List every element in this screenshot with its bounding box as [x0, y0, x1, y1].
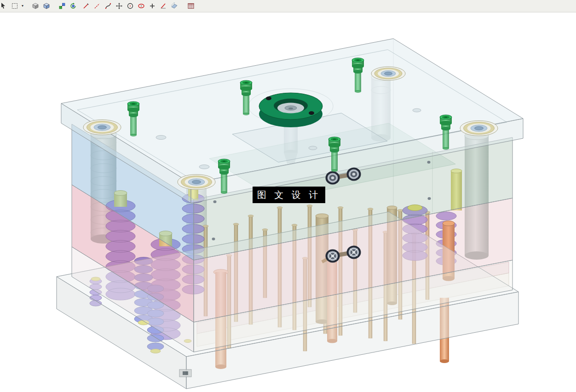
locating-ring[interactable]: [259, 93, 323, 127]
selection-rectangle-tool[interactable]: ▾: [9, 1, 25, 11]
fitting-lower-right[interactable]: [347, 246, 361, 259]
spline-icon[interactable]: [103, 1, 113, 11]
watermark-label: 图 文 设 计: [253, 187, 325, 203]
app-window: { "window": { "width": 1252, "height": 8…: [0, 0, 576, 392]
pointer-icon[interactable]: [0, 1, 9, 11]
selection-rectangle-icon[interactable]: [10, 1, 20, 11]
viewport[interactable]: 图 文 设 计: [0, 0, 576, 392]
clamp-slot: [179, 369, 191, 377]
dropdown-arrow-icon[interactable]: ▾: [20, 1, 25, 11]
line-icon[interactable]: [81, 1, 91, 11]
centerline-icon[interactable]: [92, 1, 102, 11]
toolbar: ▾: [0, 0, 576, 12]
view-face-icon[interactable]: [169, 1, 179, 11]
move-cross-icon[interactable]: [114, 1, 124, 11]
fitting-upper-right[interactable]: [347, 168, 361, 181]
design-table-icon[interactable]: [186, 1, 196, 11]
fitting-upper-left[interactable]: [326, 171, 340, 185]
shaded-cube-icon[interactable]: [41, 1, 52, 11]
angle-line-icon[interactable]: [158, 1, 168, 11]
rotate-component-icon[interactable]: [68, 1, 78, 11]
ellipse-icon[interactable]: [136, 1, 146, 11]
fitting-lower-left[interactable]: [326, 250, 340, 263]
circle-icon[interactable]: [125, 1, 135, 11]
isometric-cube-icon[interactable]: [30, 1, 40, 11]
plus-icon[interactable]: [147, 1, 157, 11]
move-component-icon[interactable]: [57, 1, 67, 11]
mold-plates[interactable]: [57, 39, 523, 389]
